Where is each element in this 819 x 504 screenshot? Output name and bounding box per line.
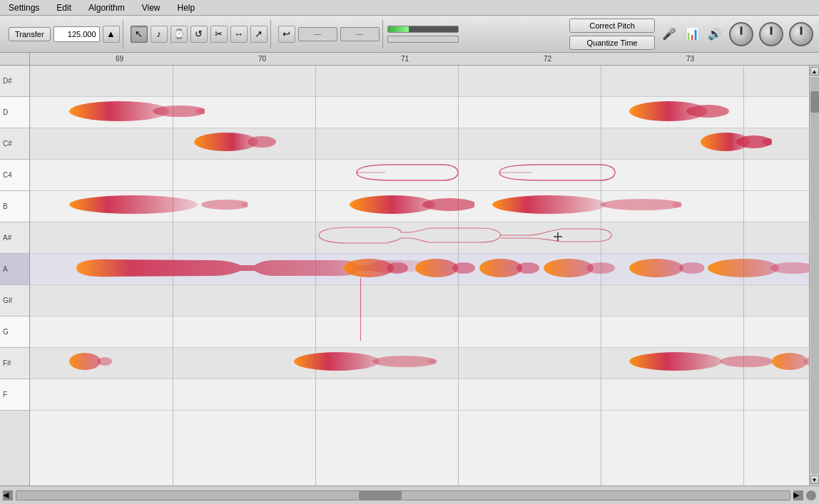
svg-point-24 xyxy=(479,259,522,277)
menu-edit[interactable]: Edit xyxy=(54,1,74,14)
note-fsharp2[interactable] xyxy=(294,351,437,372)
time-knob[interactable] xyxy=(759,22,783,46)
mic-icon: 🎤 xyxy=(661,26,678,43)
svg-point-11 xyxy=(201,200,248,210)
transfer-button[interactable]: Transfer xyxy=(9,27,51,41)
svg-point-25 xyxy=(517,262,539,274)
pitch-deviation-line xyxy=(360,278,361,341)
quantize-time-button[interactable]: Quantize Time xyxy=(569,36,655,50)
svg-point-34 xyxy=(294,352,380,371)
key-f[interactable]: F xyxy=(0,379,29,411)
note-c4-1[interactable] xyxy=(350,163,460,182)
horizontal-scrollbar[interactable] xyxy=(16,490,790,500)
pitch-tool-button[interactable]: ♪ xyxy=(151,26,168,43)
note-a7[interactable] xyxy=(708,257,809,279)
scroll-thumb[interactable] xyxy=(810,91,819,113)
timeline-72: 72 xyxy=(544,55,551,63)
zoom-button[interactable] xyxy=(806,490,816,500)
timeline-71: 71 xyxy=(401,55,409,63)
correct-pitch-button[interactable]: Correct Pitch xyxy=(569,19,655,33)
svg-point-10 xyxy=(69,195,198,214)
note-c4-2[interactable] xyxy=(492,163,617,182)
scroll-up-button[interactable]: ▲ xyxy=(810,67,819,76)
row-gsharp xyxy=(30,285,809,317)
vertical-scrollbar[interactable]: ▲ ▼ xyxy=(809,66,819,485)
row-g xyxy=(30,317,809,348)
key-a[interactable]: A xyxy=(0,254,29,285)
playback-section: ↩ --- --- xyxy=(275,20,383,48)
svg-point-31 xyxy=(770,262,809,274)
note-fsharp1[interactable] xyxy=(69,351,112,372)
timeline-73: 73 xyxy=(686,55,694,63)
key-b[interactable]: B xyxy=(0,191,29,222)
note-asharp[interactable] xyxy=(315,225,615,245)
note-a4[interactable] xyxy=(479,257,540,279)
duration-display: --- xyxy=(340,27,380,41)
key-dsharp[interactable]: D# xyxy=(0,66,29,97)
svg-point-30 xyxy=(708,259,779,277)
horizontal-scroll-thumb[interactable] xyxy=(359,491,402,500)
note-b3[interactable] xyxy=(492,194,681,215)
svg-point-4 xyxy=(686,105,729,118)
pitch-knob[interactable] xyxy=(729,22,753,46)
secondary-progress xyxy=(387,36,459,43)
menu-settings[interactable]: Settings xyxy=(6,1,42,14)
key-c4[interactable]: C4 xyxy=(0,160,29,191)
pointer-tool-button[interactable]: ↗ xyxy=(250,26,268,43)
key-g[interactable]: G xyxy=(0,317,29,348)
grid-wrapper: 69 70 71 72 73 xyxy=(30,53,819,485)
note-d2[interactable] xyxy=(629,100,729,123)
scroll-down-button[interactable]: ▼ xyxy=(810,475,819,484)
svg-point-27 xyxy=(586,262,615,274)
note-a6[interactable] xyxy=(629,257,704,279)
waveform-icon: 📊 xyxy=(683,26,701,43)
bottom-bar: ◀ ▶ xyxy=(0,485,819,504)
scroll-left-button[interactable]: ◀ xyxy=(3,490,13,500)
key-csharp[interactable]: C# xyxy=(0,128,29,160)
stretch-tool-button[interactable]: ↔ xyxy=(230,26,248,43)
note-fsharp4[interactable] xyxy=(772,351,809,372)
row-dsharp xyxy=(30,66,809,97)
scroll-track[interactable] xyxy=(810,77,819,474)
note-a2[interactable] xyxy=(344,257,408,279)
key-fsharp[interactable]: F# xyxy=(0,348,29,379)
note-b2[interactable] xyxy=(350,194,474,215)
correction-buttons: Correct Pitch Quantize Time xyxy=(569,19,655,50)
svg-point-33 xyxy=(98,357,112,366)
select-tool-button[interactable]: ↖ xyxy=(131,26,148,43)
tempo-input[interactable] xyxy=(54,26,100,42)
timeline: 69 70 71 72 73 xyxy=(30,53,819,66)
note-csharp1[interactable] xyxy=(194,131,276,153)
note-d1[interactable] xyxy=(69,100,205,123)
note-fsharp3[interactable] xyxy=(629,351,772,372)
key-d[interactable]: D xyxy=(0,97,29,128)
note-csharp2[interactable] xyxy=(701,131,772,153)
menubar: Settings Edit Algorithm View Help xyxy=(0,0,819,16)
menu-help[interactable]: Help xyxy=(175,1,198,14)
time-tool-button[interactable]: ⌚ xyxy=(171,26,188,43)
tempo-arrow-icon[interactable]: ▲ xyxy=(103,26,120,43)
row-csharp xyxy=(30,128,809,160)
svg-point-38 xyxy=(720,356,772,367)
svg-point-20 xyxy=(344,259,394,277)
note-a5[interactable] xyxy=(544,257,615,279)
svg-point-21 xyxy=(387,262,408,274)
svg-point-22 xyxy=(415,259,458,277)
menu-view[interactable]: View xyxy=(139,1,163,14)
key-asharp[interactable]: A# xyxy=(0,222,29,254)
scroll-right-button[interactable]: ▶ xyxy=(793,490,803,500)
menu-algorithm[interactable]: Algorithm xyxy=(86,1,128,14)
note-b1[interactable] xyxy=(69,194,248,215)
volume-knob[interactable] xyxy=(789,22,813,46)
svg-point-14 xyxy=(422,198,474,211)
svg-point-15 xyxy=(492,195,606,214)
loop-tool-button[interactable]: ↺ xyxy=(190,26,208,43)
row-f xyxy=(30,379,809,411)
svg-point-28 xyxy=(629,259,683,277)
svg-point-26 xyxy=(544,259,594,277)
cut-tool-button[interactable]: ✂ xyxy=(210,26,228,43)
key-gsharp[interactable]: G# xyxy=(0,285,29,317)
note-a3[interactable] xyxy=(415,257,476,279)
progress-fill xyxy=(388,26,409,32)
undo-button[interactable]: ↩ xyxy=(278,26,295,43)
